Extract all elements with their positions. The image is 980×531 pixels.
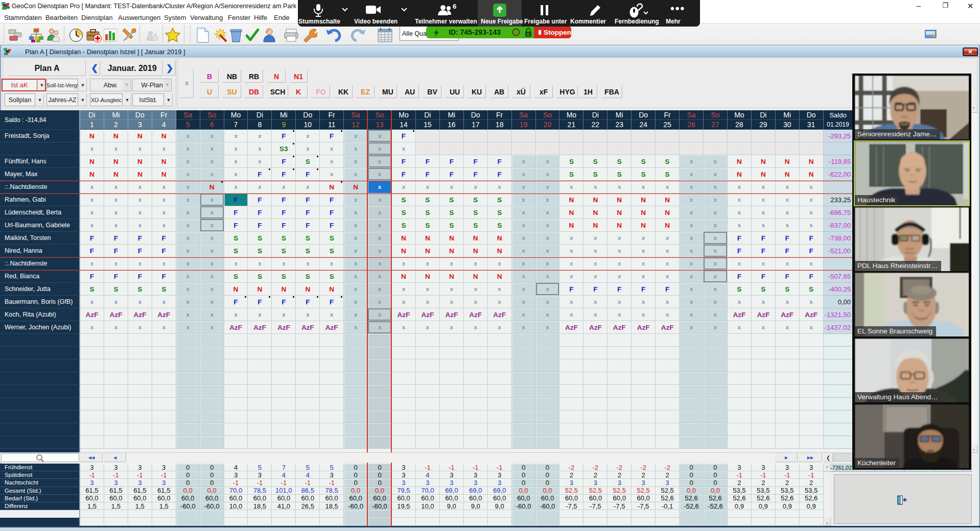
svg-text:E: E — [527, 33, 530, 36]
